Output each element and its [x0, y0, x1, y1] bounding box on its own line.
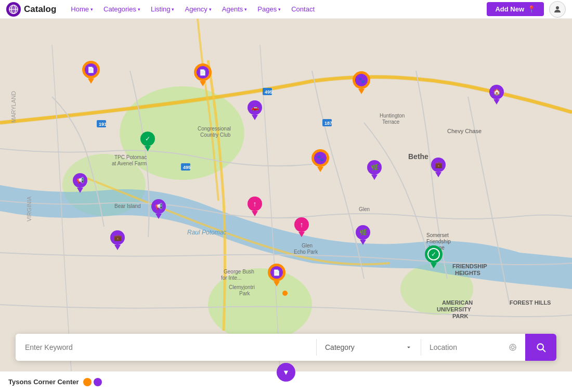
map-pin-small	[282, 291, 288, 296]
bottom-pins	[83, 378, 102, 386]
map-pin-17[interactable]: 📄	[268, 264, 285, 286]
category-dropdown-icon	[405, 344, 412, 351]
nav-pages-caret: ▾	[278, 7, 281, 12]
nav-item-agents[interactable]: Agents ▾	[217, 5, 252, 13]
svg-text:Park: Park	[239, 291, 251, 296]
map-pin-14[interactable]: 🌿	[356, 225, 370, 245]
svg-text:191: 191	[99, 122, 107, 127]
map-pin-10[interactable]: 📢	[73, 173, 87, 193]
search-button[interactable]	[525, 334, 556, 361]
svg-point-4	[556, 6, 559, 9]
nav-item-listing[interactable]: Listing ▾	[146, 5, 180, 13]
svg-text:Bear Island: Bear Island	[114, 203, 141, 209]
nav-agency-label: Agency	[185, 5, 207, 13]
category-label: Category	[325, 343, 355, 351]
svg-text:AMERICAN: AMERICAN	[442, 299, 473, 306]
map-pin-9[interactable]: 💼	[431, 158, 446, 177]
nav-item-categories[interactable]: Categories ▾	[98, 5, 146, 13]
map-pin-12[interactable]: ↑	[248, 197, 262, 216]
bottom-pin-purple	[94, 378, 102, 386]
search-category-selector[interactable]: Category	[317, 334, 421, 361]
svg-text:495: 495	[183, 165, 191, 170]
map-pin-5[interactable]: 🚗	[248, 100, 262, 120]
map-area[interactable]: Congressional Country Club TPC Potomac a…	[0, 19, 572, 392]
bottom-pin-orange	[83, 378, 92, 386]
search-bar: Category	[16, 334, 556, 361]
nav-categories-caret: ▾	[138, 7, 140, 12]
map-pin-13[interactable]: ↑	[294, 217, 309, 237]
bottom-location-name: Tysons Corner Center	[8, 378, 79, 386]
svg-text:for Inte...: for Inte...	[221, 275, 241, 281]
svg-point-47	[511, 346, 514, 348]
map-pin-7[interactable]: 🐾	[311, 149, 329, 172]
nav-agents-label: Agents	[222, 5, 243, 13]
nav-agency-caret: ▾	[209, 7, 212, 12]
nav-items: Home ▾ Categories ▾ Listing ▾ Agency ▾ A…	[66, 5, 487, 13]
map-pin-3[interactable]: 🐾	[353, 71, 370, 94]
user-avatar[interactable]	[549, 1, 566, 18]
svg-text:Somerset: Somerset	[426, 232, 449, 238]
search-icon	[536, 342, 546, 352]
svg-text:187: 187	[324, 121, 332, 126]
svg-line-53	[543, 349, 545, 352]
svg-text:Echo Park: Echo Park	[294, 249, 318, 255]
nav-home-caret: ▾	[90, 7, 93, 12]
add-new-label: Add New	[495, 5, 524, 13]
svg-text:Clemyjontri: Clemyjontri	[229, 284, 255, 290]
map-pin-8[interactable]: 🌿	[367, 160, 382, 180]
map-pin-1[interactable]: 📄	[82, 61, 100, 84]
bottom-toggle-button[interactable]: ▼	[277, 363, 295, 382]
svg-text:FOREST HILLS: FOREST HILLS	[510, 299, 551, 306]
svg-text:Terrace: Terrace	[382, 119, 400, 125]
svg-text:Raul Potomac: Raul Potomac	[187, 229, 226, 236]
brand[interactable]: Catalog	[6, 2, 56, 17]
svg-text:George Bush: George Bush	[224, 269, 254, 275]
svg-text:at Avenel Farm: at Avenel Farm	[112, 161, 147, 166]
svg-text:Glen: Glen	[302, 243, 313, 249]
nav-item-pages[interactable]: Pages ▾	[252, 5, 286, 13]
svg-text:Congressional: Congressional	[198, 126, 231, 132]
svg-text:UNIVERSITY: UNIVERSITY	[437, 306, 472, 312]
svg-text:Bethe: Bethe	[408, 152, 428, 161]
svg-text:Huntington: Huntington	[380, 113, 405, 119]
nav-categories-label: Categories	[103, 5, 136, 13]
add-new-button[interactable]: Add New 📍	[487, 2, 544, 16]
map-pin-6[interactable]: ✓	[140, 132, 155, 151]
svg-text:MARYLAND: MARYLAND	[10, 91, 17, 123]
svg-text:495: 495	[265, 89, 272, 95]
nav-item-agency[interactable]: Agency ▾	[179, 5, 216, 13]
location-circle-icon	[509, 343, 517, 352]
navbar: Catalog Home ▾ Categories ▾ Listing ▾ Ag…	[0, 0, 572, 19]
svg-text:HEIGHTS: HEIGHTS	[455, 270, 480, 276]
nav-item-home[interactable]: Home ▾	[66, 5, 98, 13]
map-pin-4[interactable]: 🏠	[489, 85, 504, 104]
map-pin-16[interactable]: ✓	[425, 245, 443, 268]
svg-text:Chevy Chase: Chevy Chase	[447, 128, 482, 134]
location-icon: 📍	[527, 5, 536, 13]
nav-listing-caret: ▾	[172, 7, 174, 12]
nav-pages-label: Pages	[257, 5, 277, 13]
search-keyword-input[interactable]	[16, 334, 316, 361]
brand-name: Catalog	[24, 4, 56, 15]
map-pin-11[interactable]: 📢	[151, 199, 166, 219]
map-pin-15[interactable]: 💼	[110, 230, 125, 250]
svg-text:VIRGINIA: VIRGINIA	[26, 196, 32, 221]
nav-listing-label: Listing	[151, 5, 171, 13]
location-input[interactable]	[430, 343, 509, 351]
svg-text:PARK: PARK	[452, 313, 468, 319]
svg-text:Country Club: Country Club	[200, 132, 231, 138]
nav-item-contact[interactable]: Contact	[286, 5, 320, 13]
toggle-chevron-icon: ▼	[282, 368, 290, 376]
nav-agents-caret: ▾	[244, 7, 247, 12]
svg-text:TPC Potomac: TPC Potomac	[114, 154, 147, 160]
svg-text:FRIENDSHIP: FRIENDSHIP	[452, 263, 487, 269]
brand-globe-icon	[6, 2, 21, 17]
svg-text:Glen: Glen	[359, 206, 370, 212]
nav-contact-label: Contact	[291, 5, 315, 13]
svg-text:Friendship: Friendship	[426, 239, 451, 244]
map-pin-2[interactable]: 📄	[194, 63, 212, 86]
search-location-field[interactable]	[421, 334, 525, 361]
nav-home-label: Home	[71, 5, 89, 13]
